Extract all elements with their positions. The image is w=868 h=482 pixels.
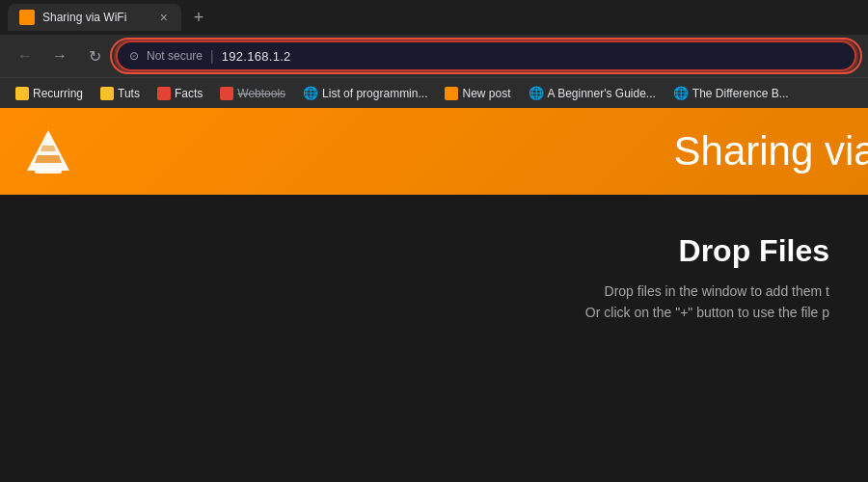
bookmark-recurring[interactable]: Recurring [8,84,91,103]
vlc-header: Sharing via W [0,108,868,195]
drop-desc-line1: Drop files in the window to add them t [605,283,829,299]
bookmark-label: Facts [175,87,203,100]
bookmark-list-programming[interactable]: 🌐 List of programmin... [295,83,435,103]
active-tab[interactable]: Sharing via WiFi × [8,4,181,31]
bookmark-label: A Beginner's Guide... [548,87,656,100]
page-header-title: Sharing via W [674,128,868,174]
drop-zone[interactable]: Drop Files Drop files in the window to a… [0,195,868,482]
address-bar-row: ← → ↻ ⊙ Not secure | 192.168.1.2 [0,35,868,77]
bookmark-the-difference[interactable]: 🌐 The Difference B... [665,83,797,103]
bookmark-label: Recurring [33,87,83,100]
refresh-button[interactable]: ↻ [81,42,108,69]
drop-files-title: Drop Files [679,233,829,269]
bookmark-new-post[interactable]: New post [437,84,518,103]
bookmark-favicon [157,87,171,100]
bookmark-tuts[interactable]: Tuts [93,84,148,103]
bookmark-facts[interactable]: Facts [149,84,210,103]
tab-bar: Sharing via WiFi × + [0,0,868,35]
drop-files-description: Drop files in the window to add them t O… [585,281,829,324]
bookmark-favicon [100,87,114,100]
bookmark-favicon [220,87,233,100]
url-text: 192.168.1.2 [222,49,291,64]
tab-close-button[interactable]: × [158,8,170,27]
bookmark-label: Webtools [237,87,285,100]
forward-button[interactable]: → [46,42,73,69]
bookmark-label: Tuts [118,87,140,100]
vlc-logo [23,126,73,176]
address-bar[interactable]: ⊙ Not secure | 192.168.1.2 [116,40,856,71]
browser-chrome: Sharing via WiFi × + ← → ↻ ⊙ Not secure … [0,0,868,108]
bookmark-label: New post [462,87,510,100]
drop-desc-line2: Or click on the "+" button to use the fi… [585,305,829,320]
bookmark-favicon [445,87,458,100]
bookmark-label: List of programmin... [322,87,427,100]
address-divider: | [210,48,214,64]
bookmark-favicon [15,87,29,100]
page-content: Sharing via W Drop Files Drop files in t… [0,108,868,482]
svg-rect-4 [35,169,62,174]
bookmark-beginners-guide[interactable]: 🌐 A Beginner's Guide... [521,83,664,103]
back-button[interactable]: ← [12,42,39,69]
tab-favicon [19,10,35,25]
tab-title: Sharing via WiFi [42,11,150,24]
bookmarks-bar: Recurring Tuts Facts Webtools 🌐 List of … [0,77,868,108]
globe-icon: 🌐 [673,86,689,100]
bookmark-label: The Difference B... [692,87,789,100]
new-tab-button[interactable]: + [185,4,212,31]
bookmark-webtools[interactable]: Webtools [212,84,293,103]
globe-icon: 🌐 [303,86,318,100]
svg-marker-3 [41,146,56,151]
svg-marker-2 [35,155,62,163]
globe-icon: 🌐 [529,86,544,100]
security-icon: ⊙ [129,49,139,63]
not-secure-label: Not secure [147,49,203,63]
